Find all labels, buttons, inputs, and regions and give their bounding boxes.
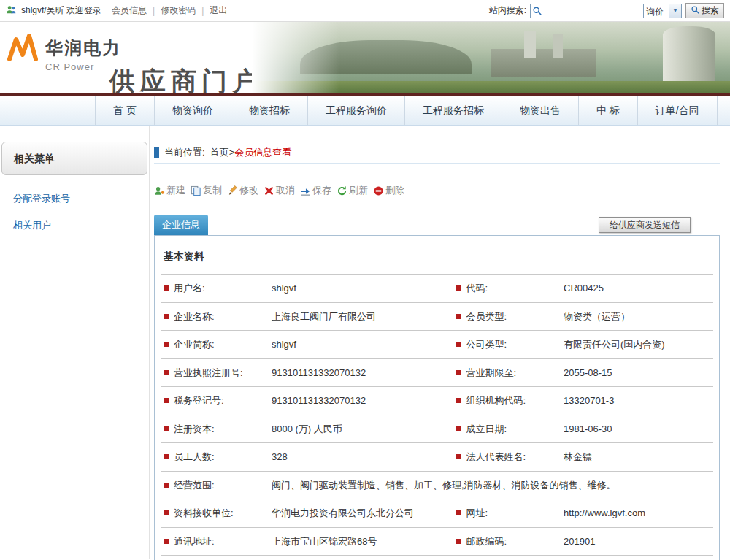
field-label: 公司类型: (453, 331, 561, 359)
field-label: 代码: (453, 275, 561, 303)
field-value: 华润电力投资有限公司东北分公司 (269, 499, 453, 528)
field-value: 1981-06-30 (561, 415, 713, 443)
change-password-link[interactable]: 修改密码 (155, 4, 201, 17)
toolbar-edit-button[interactable]: 修改 (227, 184, 258, 197)
field-label: 组织机构代码: (453, 387, 561, 415)
nav-item-7[interactable]: 订单/合同 (638, 96, 718, 125)
site-search-label: 站内搜索: (489, 4, 526, 17)
bullet-icon (456, 342, 461, 347)
search-category-select[interactable]: 询价 ▼ (643, 4, 682, 18)
sidebar-title: 相关菜单 (1, 142, 147, 175)
logo-name-cn: 华润电力 (45, 37, 121, 60)
breadcrumb-current: 会员信息查看 (234, 146, 291, 159)
field-row: 用户名:shlgvf代码:CR00425 (161, 275, 713, 303)
topbar-links: 会员信息 | 修改密码 | 退出 (106, 4, 233, 17)
nav-item-4[interactable]: 工程服务招标 (405, 96, 502, 125)
bullet-icon (456, 398, 461, 403)
breadcrumb-separator: > (229, 147, 235, 158)
bullet-icon (164, 342, 169, 347)
save-icon (300, 185, 311, 196)
field-value: 913101131332070132 (269, 387, 453, 415)
toolbar-refresh-button[interactable]: 刷新 (337, 184, 368, 197)
field-value: 8000 (万) 人民币 (269, 415, 453, 443)
field-label: 企业简称: (161, 331, 269, 359)
breadcrumb-trail: 首页 > 会员信息查看 (210, 146, 292, 159)
sidebar-item-1[interactable]: 相关用户 (0, 212, 149, 239)
member-info-link[interactable]: 会员信息 (106, 4, 153, 17)
topbar-right: 站内搜索: 询价 ▼ 搜索 (489, 3, 724, 18)
bullet-icon (456, 426, 461, 431)
breadcrumb-label: 当前位置: (164, 146, 205, 159)
field-label: 企业名称: (161, 302, 269, 331)
edit-icon (227, 185, 238, 196)
toolbar-save-button[interactable]: 保存 (300, 184, 331, 197)
site-search-input[interactable] (530, 4, 639, 18)
copy-icon (191, 185, 201, 196)
portal-title: 供应商门户 (110, 64, 263, 93)
search-category-value: 询价 (644, 4, 669, 18)
topbar: shlgvf/吴昕 欢迎登录 会员信息 | 修改密码 | 退出 站内搜索: 询价… (0, 0, 730, 22)
breadcrumb-home-link[interactable]: 首页 (210, 146, 229, 159)
body: 相关菜单 分配登录账号相关用户 当前位置: 首页 > 会员信息查看 新建复制修改… (0, 126, 730, 559)
sidebar-links: 分配登录账号相关用户 (0, 185, 149, 239)
field-value: CR00425 (561, 275, 713, 303)
toolbar-button-label: 修改 (239, 184, 258, 197)
field-label: 备注: (161, 556, 269, 560)
field-value: 913101131332070132 (269, 358, 453, 387)
field-value: shlgvf (269, 275, 453, 303)
field-row: 员工人数:328法人代表姓名:林金镖 (161, 443, 713, 472)
toolbar-delete-button[interactable]: 删除 (373, 184, 404, 197)
toolbar: 新建复制修改取消保存刷新删除 (154, 184, 720, 197)
field-value: 2055-08-15 (561, 358, 713, 387)
toolbar-button-label: 复制 (203, 184, 222, 197)
tab-row: 企业信息 给供应商发送短信 (154, 209, 720, 235)
field-label: 法人代表姓名: (453, 443, 561, 472)
bullet-icon (164, 398, 169, 403)
toolbar-copy-button[interactable]: 复制 (191, 184, 222, 197)
field-row: 税务登记号:913101131332070132组织机构代码:13320701-… (161, 387, 713, 415)
logged-in-user: shlgvf/吴昕 欢迎登录 (21, 4, 101, 17)
toolbar-button-label: 取消 (276, 184, 295, 197)
site-search (530, 4, 639, 18)
page: shlgvf/吴昕 欢迎登录 会员信息 | 修改密码 | 退出 站内搜索: 询价… (0, 0, 730, 560)
field-value: 阀门、阀门驱动装置制造、销售、加工、修理,消防器材、消防设备的销售、维修。 (269, 471, 713, 499)
chevron-down-icon[interactable]: ▼ (669, 4, 681, 18)
nav-item-5[interactable]: 物资出售 (502, 96, 579, 125)
cancel-icon (264, 185, 274, 196)
nav-item-3[interactable]: 工程服务询价 (308, 96, 405, 125)
bullet-icon (164, 510, 169, 515)
nav-item-0[interactable]: 首 页 (95, 96, 155, 125)
nav-item-1[interactable]: 物资询价 (155, 96, 231, 125)
header: 华润电力 CR Power 供应商门户 (0, 22, 730, 93)
toolbar-button-label: 新建 (166, 184, 185, 197)
cr-power-logo-icon (6, 31, 39, 67)
search-button[interactable]: 搜索 (685, 3, 724, 18)
field-row: 企业名称:上海良工阀门厂有限公司会员类型:物资类（运营） (161, 302, 713, 331)
nav-item-2[interactable]: 物资招标 (231, 96, 308, 125)
search-icon (532, 6, 542, 16)
send-sms-button[interactable]: 给供应商发送短信 (599, 217, 691, 233)
field-value: 有限责任公司(国内合资) (561, 331, 713, 359)
bullet-icon (164, 539, 169, 544)
main-nav: 首 页物资询价物资招标工程服务询价工程服务招标物资出售中 标订单/合同 (0, 96, 730, 126)
field-label: 经营范围: (161, 471, 269, 499)
banner-cooling-tower-shape (663, 26, 715, 85)
nav-item-6[interactable]: 中 标 (579, 96, 638, 125)
field-label: 网址: (453, 499, 561, 528)
power-plant-banner-image (252, 22, 730, 93)
banner-chimney-shape (524, 31, 536, 59)
toolbar-new-button[interactable]: 新建 (154, 184, 185, 197)
basic-info-table: 用户名:shlgvf代码:CR00425企业名称:上海良工阀门厂有限公司会员类型… (161, 274, 713, 560)
breadcrumb: 当前位置: 首页 > 会员信息查看 (154, 142, 720, 164)
sidebar-item-0[interactable]: 分配登录账号 (0, 185, 149, 212)
field-row: 营业执照注册号:913101131332070132营业期限至:2055-08-… (161, 358, 713, 387)
field-label: 用户名: (161, 275, 269, 303)
logout-link[interactable]: 退出 (204, 4, 233, 17)
tab-company-info[interactable]: 企业信息 (154, 215, 208, 235)
field-value: shlgvf (269, 331, 453, 359)
field-value: 上海市宝山区锦宏路68号 (269, 527, 453, 556)
field-label: 税务登记号: (161, 387, 269, 415)
toolbar-cancel-button[interactable]: 取消 (264, 184, 295, 197)
search-icon (691, 5, 700, 17)
field-value: 物资类（运营） (561, 302, 713, 331)
